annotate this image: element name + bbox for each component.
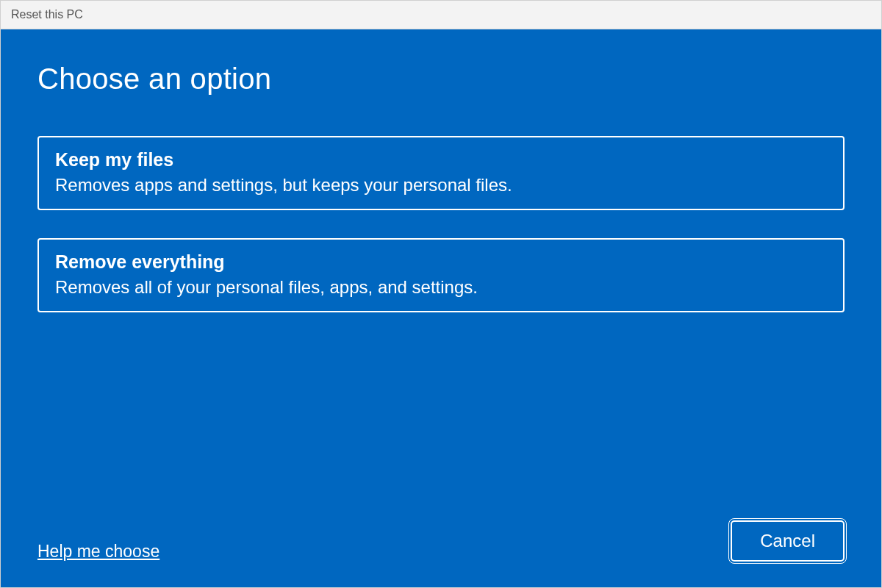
option-keep-my-files[interactable]: Keep my files Removes apps and settings,… xyxy=(37,136,845,210)
option-description: Removes apps and settings, but keeps you… xyxy=(55,175,827,196)
option-title: Remove everything xyxy=(55,251,827,273)
help-me-choose-link[interactable]: Help me choose xyxy=(37,542,159,562)
option-description: Removes all of your personal files, apps… xyxy=(55,277,827,298)
options-list: Keep my files Removes apps and settings,… xyxy=(37,136,845,312)
option-remove-everything[interactable]: Remove everything Removes all of your pe… xyxy=(37,238,845,312)
reset-pc-window: Reset this PC Choose an option Keep my f… xyxy=(0,0,882,588)
cancel-button[interactable]: Cancel xyxy=(731,520,845,562)
dialog-footer: Help me choose Cancel xyxy=(37,506,845,562)
option-title: Keep my files xyxy=(55,149,827,171)
page-title: Choose an option xyxy=(37,62,845,96)
dialog-content: Choose an option Keep my files Removes a… xyxy=(1,29,881,587)
window-title: Reset this PC xyxy=(11,8,83,21)
window-titlebar: Reset this PC xyxy=(1,1,881,29)
